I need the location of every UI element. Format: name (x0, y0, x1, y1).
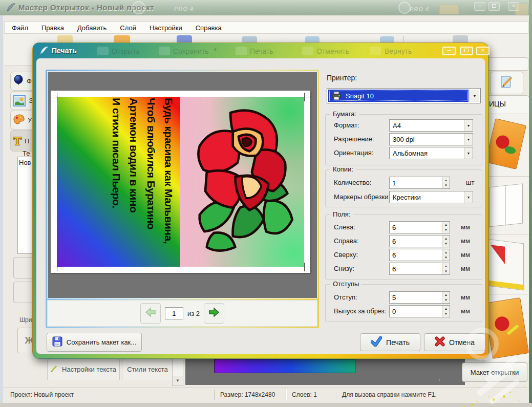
menu-item-settings[interactable]: Настройки (150, 24, 182, 32)
bleed-label: Выпуск за обрез: (334, 307, 386, 315)
tab-text-styles[interactable]: Стили текста (122, 358, 173, 380)
settings-tool-icon[interactable] (453, 35, 468, 42)
chevron-down-icon[interactable]: ▼ (464, 191, 473, 203)
tab-text-settings[interactable]: Настройки текста (47, 358, 120, 380)
status-divider (214, 390, 215, 400)
chevron-down-icon[interactable]: ▼ (464, 134, 473, 145)
margin-top-spinner[interactable]: ▲▼ (389, 249, 450, 261)
spinner-arrows-icon[interactable]: ▲▼ (442, 235, 450, 247)
thumbnail-folded-card-color (488, 239, 524, 291)
offsets-group-title: Отступы (330, 280, 361, 288)
print-preview-canvas: Будь красива как Мальвина, Чтоб влюбился… (47, 71, 317, 298)
margin-bottom-input[interactable] (390, 263, 442, 274)
spinner-arrows-icon[interactable]: ▲▼ (442, 306, 450, 317)
cancel-button[interactable]: Отмена (424, 333, 485, 351)
print-button[interactable]: Печать (360, 333, 420, 351)
print-button-label: Печать (386, 338, 410, 347)
chevron-down-icon[interactable]: ▼ (464, 147, 473, 159)
dialog-minimize-button[interactable]: ─ (442, 47, 456, 55)
margin-right-label: Справа: (334, 237, 359, 245)
print-dialog-titlebar[interactable]: Печать Открыть Сохранить ▼ Печать Отмени… (33, 43, 488, 58)
layout-button[interactable]: Макет открытки (462, 362, 527, 382)
tab-pages[interactable]: ИЦЫ (483, 95, 529, 114)
vertical-scrollbar[interactable]: ▼ (172, 358, 183, 386)
text-layers-list[interactable]: Нов (17, 157, 33, 254)
offset-input[interactable] (390, 292, 442, 303)
dialog-close-button[interactable]: × (476, 47, 490, 55)
tab-label: Стили текста (127, 366, 167, 373)
paper-group: Бумага: Формат: A4 ▼ Разрешение: 300 dpi… (325, 114, 482, 165)
status-size: Размер: 1748x2480 (220, 391, 275, 398)
spinner-arrows-icon[interactable]: ▲▼ (442, 177, 450, 188)
margin-top-input[interactable] (390, 249, 442, 261)
printer-select[interactable]: Snagit 10 ▼ (327, 88, 481, 103)
bleed-input[interactable] (390, 306, 442, 317)
text-tool-button[interactable] (13, 257, 33, 279)
ghost-toolbar-icon (236, 47, 247, 55)
page-thumbnail[interactable] (484, 177, 529, 234)
ghost-toolbar-icon (302, 47, 313, 55)
menu-item-help[interactable]: Справка (196, 24, 222, 32)
next-page-button[interactable] (204, 303, 224, 324)
margin-unit: мм (461, 251, 470, 259)
status-help: Для вызова справки нажмите F1. (342, 391, 437, 398)
text-tool-button[interactable] (13, 282, 33, 303)
crop-markers-label: Маркеры обрезки: (334, 193, 390, 201)
undo-icon[interactable] (305, 36, 320, 42)
dialog-maximize-button[interactable] (460, 47, 473, 55)
page-thumbnail[interactable] (484, 235, 529, 294)
margin-left-spinner[interactable]: ▲▼ (389, 221, 450, 233)
page-thumbnail[interactable] (484, 114, 529, 177)
chevron-down-icon[interactable]: ▼ (470, 90, 479, 102)
crop-mark (300, 93, 309, 101)
margin-bottom-spinner[interactable]: ▲▼ (389, 263, 450, 275)
crop-markers-combo[interactable]: Крестики ▼ (389, 191, 473, 203)
orientation-combo[interactable]: Альбомная ▼ (389, 147, 473, 159)
margin-right-input[interactable] (390, 235, 442, 247)
preview-page-navigator: из 2 (47, 300, 317, 327)
print-icon[interactable] (242, 36, 257, 42)
margins-group: Поля: Слева: ▲▼ мм Справа: ▲▼ мм Сверху: (325, 215, 482, 280)
count-spinner[interactable]: ▲▼ (389, 177, 450, 189)
spinner-arrows-icon[interactable]: ▲▼ (442, 222, 450, 233)
sidebar-tab-label: П (25, 137, 29, 145)
bleed-spinner[interactable]: ▲▼ (389, 305, 450, 317)
spinner-arrows-icon[interactable]: ▲▼ (442, 263, 450, 274)
list-item[interactable]: Нов (18, 157, 32, 168)
edit-page-button[interactable] (491, 72, 523, 94)
window-minimize-button[interactable]: ─ (474, 2, 485, 11)
open-folder-icon[interactable] (114, 35, 130, 42)
scroll-down-icon[interactable]: ▼ (173, 376, 183, 385)
resolution-combo[interactable]: 300 dpi ▼ (389, 133, 473, 145)
menu-item-edit[interactable]: Правка (41, 24, 64, 32)
save-floppy-icon[interactable] (177, 35, 192, 42)
window-left-edge (0, 15, 3, 403)
margin-right-spinner[interactable]: ▲▼ (389, 235, 450, 247)
postcard-greeting-text: Будь красива как Мальвина, Чтоб влюбился… (108, 98, 177, 268)
ghost-toolbar-label: Сохранить (173, 47, 209, 55)
postcard-rainbow-half: Будь красива как Мальвина, Чтоб влюбился… (57, 97, 180, 267)
spinner-arrows-icon[interactable]: ▲▼ (442, 292, 450, 303)
arrow-right-icon (208, 307, 220, 320)
format-combo[interactable]: A4 ▼ (389, 119, 473, 132)
menu-item-file[interactable]: Файл (12, 24, 28, 32)
window-close-button[interactable]: × (508, 2, 519, 11)
page-thumbnail[interactable] (484, 295, 529, 361)
margin-left-input[interactable] (390, 222, 442, 233)
window-maximize-button[interactable] (488, 2, 500, 11)
offset-unit: мм (461, 293, 470, 301)
menu-item-add[interactable]: Добавить (77, 24, 107, 32)
menu-item-layer[interactable]: Слой (120, 24, 136, 32)
status-layers: Слоев: 1 (292, 391, 317, 398)
spinner-arrows-icon[interactable]: ▲▼ (442, 249, 450, 261)
redo-icon[interactable] (380, 36, 394, 42)
chevron-down-icon[interactable]: ▼ (464, 120, 473, 131)
offset-spinner[interactable]: ▲▼ (389, 291, 450, 304)
new-document-icon[interactable] (57, 35, 73, 42)
previous-page-button[interactable] (140, 303, 161, 324)
page-number-input[interactable] (165, 307, 183, 319)
printer-selected-option[interactable]: Snagit 10 (328, 90, 469, 102)
count-input[interactable] (390, 177, 442, 188)
save-layout-label: Сохранить макет как... (67, 338, 136, 346)
save-layout-button[interactable]: Сохранить макет как... (47, 333, 142, 352)
